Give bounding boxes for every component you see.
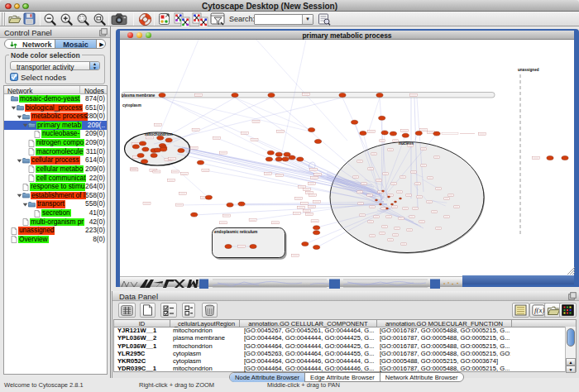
svg-text:plasma membrane: plasma membrane bbox=[122, 93, 156, 98]
svg-text:mitochondrion: mitochondrion bbox=[145, 132, 173, 136]
svg-text:f(x): f(x) bbox=[534, 306, 545, 314]
svg-text:endoplasmic reticulum: endoplasmic reticulum bbox=[214, 230, 257, 234]
svg-text:unassigned: unassigned bbox=[518, 68, 539, 72]
svg-text:cytoplasm: cytoplasm bbox=[122, 103, 141, 108]
